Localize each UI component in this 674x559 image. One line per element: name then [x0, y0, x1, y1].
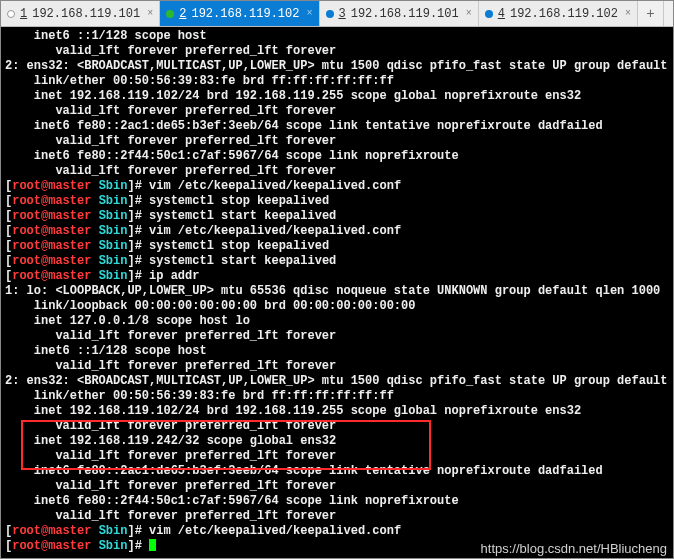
terminal[interactable]: inet6 ::1/128 scope host valid_lft forev…	[1, 27, 673, 558]
terminal-output-line: 2: ens32: <BROADCAST,MULTICAST,UP,LOWER_…	[5, 374, 669, 389]
terminal-prompt-line: [root@master Sbin]# systemctl stop keepa…	[5, 239, 669, 254]
plus-icon: +	[646, 6, 654, 22]
tab-label: 192.168.119.101	[32, 7, 140, 21]
terminal-output-line: link/ether 00:50:56:39:83:fe brd ff:ff:f…	[5, 74, 669, 89]
terminal-output-line: inet 192.168.119.102/24 brd 192.168.119.…	[5, 89, 669, 104]
terminal-output-line: 2: ens32: <BROADCAST,MULTICAST,UP,LOWER_…	[5, 59, 669, 74]
terminal-prompt-line: [root@master Sbin]# systemctl start keep…	[5, 254, 669, 269]
terminal-output-line: valid_lft forever preferred_lft forever	[5, 509, 669, 524]
terminal-prompt-line: [root@master Sbin]# vim /etc/keepalived/…	[5, 224, 669, 239]
terminal-output-line: inet 192.168.119.102/24 brd 192.168.119.…	[5, 404, 669, 419]
terminal-output-line: 1: lo: <LOOPBACK,UP,LOWER_UP> mtu 65536 …	[5, 284, 669, 299]
status-dot-icon	[485, 10, 493, 18]
tab-number: 2	[179, 7, 186, 21]
terminal-output-line: valid_lft forever preferred_lft forever	[5, 359, 669, 374]
terminal-output-line: inet6 fe80::2f44:50c1:c7af:5967/64 scope…	[5, 149, 669, 164]
tab-1[interactable]: 1 192.168.119.101 ×	[1, 1, 160, 26]
add-tab-button[interactable]: +	[638, 1, 664, 26]
terminal-output-line: inet6 fe80::2ac1:de65:b3ef:3eeb/64 scope…	[5, 119, 669, 134]
terminal-output-line: valid_lft forever preferred_lft forever	[5, 479, 669, 494]
close-icon[interactable]: ×	[147, 8, 153, 19]
terminal-output-line: link/loopback 00:00:00:00:00:00 brd 00:0…	[5, 299, 669, 314]
terminal-output-line: inet 127.0.0.1/8 scope host lo	[5, 314, 669, 329]
terminal-output-line: valid_lft forever preferred_lft forever	[5, 419, 669, 434]
terminal-output-line: inet 192.168.119.242/32 scope global ens…	[5, 434, 669, 449]
terminal-output-line: inet6 ::1/128 scope host	[5, 344, 669, 359]
status-dot-icon	[326, 10, 334, 18]
terminal-prompt-line: [root@master Sbin]# vim /etc/keepalived/…	[5, 179, 669, 194]
terminal-output-line: valid_lft forever preferred_lft forever	[5, 44, 669, 59]
terminal-prompt-line: [root@master Sbin]# vim /etc/keepalived/…	[5, 524, 669, 539]
terminal-output-line: valid_lft forever preferred_lft forever	[5, 164, 669, 179]
terminal-output-line: inet6 ::1/128 scope host	[5, 29, 669, 44]
terminal-output-line: inet6 fe80::2f44:50c1:c7af:5967/64 scope…	[5, 494, 669, 509]
terminal-output-line: valid_lft forever preferred_lft forever	[5, 329, 669, 344]
status-dot-icon	[166, 10, 174, 18]
close-icon[interactable]: ×	[306, 8, 312, 19]
terminal-output-line: valid_lft forever preferred_lft forever	[5, 104, 669, 119]
tab-label: 192.168.119.101	[351, 7, 459, 21]
tab-bar: 1 192.168.119.101 × 2 192.168.119.102 × …	[1, 1, 673, 27]
terminal-prompt-line: [root@master Sbin]# ip addr	[5, 269, 669, 284]
terminal-output-line: valid_lft forever preferred_lft forever	[5, 134, 669, 149]
cursor	[149, 539, 156, 551]
terminal-prompt-line: [root@master Sbin]# systemctl stop keepa…	[5, 194, 669, 209]
terminal-output-line: inet6 fe80::2ac1:de65:b3ef:3eeb/64 scope…	[5, 464, 669, 479]
tab-label: 192.168.119.102	[510, 7, 618, 21]
tab-number: 3	[339, 7, 346, 21]
status-dot-icon	[7, 10, 15, 18]
tab-4[interactable]: 4 192.168.119.102 ×	[479, 1, 638, 26]
tab-2[interactable]: 2 192.168.119.102 ×	[160, 1, 319, 26]
tab-3[interactable]: 3 192.168.119.101 ×	[320, 1, 479, 26]
close-icon[interactable]: ×	[466, 8, 472, 19]
tab-label: 192.168.119.102	[191, 7, 299, 21]
watermark: https://blog.csdn.net/HBliucheng	[481, 541, 667, 556]
tab-number: 1	[20, 7, 27, 21]
terminal-output-line: link/ether 00:50:56:39:83:fe brd ff:ff:f…	[5, 389, 669, 404]
tab-number: 4	[498, 7, 505, 21]
terminal-output-line: valid_lft forever preferred_lft forever	[5, 449, 669, 464]
terminal-prompt-line: [root@master Sbin]# systemctl start keep…	[5, 209, 669, 224]
close-icon[interactable]: ×	[625, 8, 631, 19]
